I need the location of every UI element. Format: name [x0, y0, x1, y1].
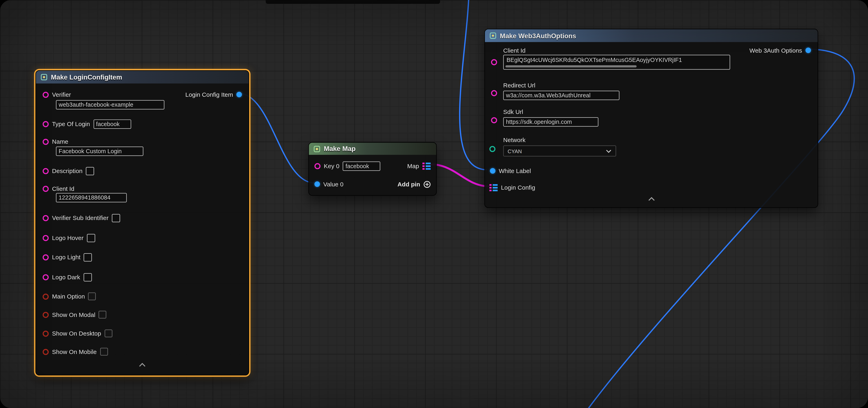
- pin-label-map: Map: [407, 163, 419, 169]
- show-on-mobile-checkbox[interactable]: [100, 348, 108, 355]
- pin-label-type-of-login: Type Of Login: [52, 121, 90, 127]
- node-make-web3authoptions[interactable]: Make Web3AuthOptions Client Id Web 3Auth…: [485, 29, 818, 208]
- node-header[interactable]: Make LoginConfigItem: [36, 71, 249, 83]
- pin-type-of-login[interactable]: [42, 121, 49, 127]
- add-pin-button[interactable]: [424, 180, 431, 188]
- chevron-up-icon: [647, 197, 655, 201]
- pin-network[interactable]: [489, 146, 495, 152]
- pin-label-login-config-item: Login Config Item: [185, 91, 233, 98]
- pin-redirect-url[interactable]: [491, 90, 497, 96]
- pin-label-show-on-modal: Show On Modal: [52, 311, 95, 318]
- pin-label-value-0: Value 0: [323, 181, 344, 188]
- pin-label-client-id: Client Id: [503, 47, 526, 54]
- pin-client-id[interactable]: [491, 59, 497, 65]
- pin-show-on-modal[interactable]: [42, 312, 49, 318]
- make-struct-icon: [489, 32, 497, 39]
- offscreen-node-top[interactable]: [266, 0, 440, 4]
- node-make-loginconfigitem[interactable]: Make LoginConfigItem Verifier Login Conf…: [35, 70, 249, 375]
- show-on-desktop-checkbox[interactable]: [104, 330, 112, 337]
- sdk-url-input[interactable]: [503, 117, 598, 126]
- pin-logo-dark[interactable]: [42, 274, 49, 280]
- pin-logo-light[interactable]: [42, 254, 49, 260]
- pin-label-web3auth-options: Web 3Auth Options: [749, 47, 802, 54]
- pin-description[interactable]: [42, 168, 49, 174]
- pin-white-label[interactable]: [490, 168, 495, 174]
- logo-light-input[interactable]: [84, 253, 92, 261]
- node-title: Make Map: [324, 145, 355, 152]
- network-dropdown[interactable]: CYAN: [503, 145, 616, 157]
- pin-label-show-on-mobile: Show On Mobile: [52, 348, 97, 355]
- pin-label-logo-dark: Logo Dark: [52, 274, 80, 280]
- pin-label-login-config: Login Config: [501, 184, 535, 191]
- network-selected-value: CYAN: [507, 148, 522, 154]
- node-header[interactable]: Make Map: [309, 143, 436, 155]
- pin-client-id[interactable]: [42, 185, 49, 192]
- pin-label-network: Network: [503, 137, 526, 143]
- pin-login-config[interactable]: [489, 184, 498, 191]
- wire-top-to-whitelabel[interactable]: [460, 0, 487, 170]
- chevron-up-icon: [138, 363, 146, 367]
- pin-label-verifier-sub-identifier: Verifier Sub Identifier: [52, 214, 108, 221]
- make-struct-icon: [40, 73, 48, 81]
- client-id-value: BEglQSgt4cUWcj6SKRdu5QkOXTsePmMcusG5EAoy…: [506, 57, 682, 63]
- pin-value-0[interactable]: [314, 181, 320, 187]
- horizontal-scrollbar[interactable]: [505, 65, 636, 67]
- collapse-node-button[interactable]: [36, 363, 249, 368]
- pin-name[interactable]: [42, 138, 49, 144]
- node-make-map[interactable]: Make Map Key 0 Map: [308, 142, 437, 196]
- redirect-url-input[interactable]: [503, 91, 620, 100]
- pin-label-verifier: Verifier: [52, 91, 71, 98]
- pin-map-output[interactable]: [423, 162, 431, 170]
- pin-label-key-0: Key 0: [324, 163, 339, 169]
- pin-verifier[interactable]: [42, 92, 49, 98]
- graph-canvas[interactable]: Make LoginConfigItem Verifier Login Conf…: [0, 0, 868, 408]
- pin-label-description: Description: [52, 168, 83, 174]
- add-pin-label: Add pin: [398, 181, 420, 188]
- blueprint-graph: Make LoginConfigItem Verifier Login Conf…: [0, 0, 868, 408]
- pin-key-0[interactable]: [314, 163, 320, 169]
- pin-login-config-item-output[interactable]: [237, 92, 242, 97]
- type-of-login-input[interactable]: [93, 119, 131, 129]
- make-map-icon: [313, 145, 320, 152]
- pin-label-client-id: Client Id: [52, 185, 74, 192]
- pin-label-redirect-url: Redirect Url: [503, 82, 535, 89]
- pin-web3auth-options-output[interactable]: [805, 47, 811, 53]
- chevron-down-icon: [606, 149, 612, 153]
- verifier-sub-identifier-input[interactable]: [112, 214, 120, 222]
- node-title: Make Web3AuthOptions: [500, 32, 576, 39]
- pin-show-on-desktop[interactable]: [42, 330, 49, 336]
- pin-show-on-mobile[interactable]: [42, 349, 49, 355]
- logo-hover-input[interactable]: [87, 234, 95, 242]
- pin-sdk-url[interactable]: [491, 117, 497, 123]
- pin-label-show-on-desktop: Show On Desktop: [52, 330, 101, 337]
- wire-map-to-loginconfig[interactable]: [430, 164, 489, 186]
- client-id-input[interactable]: BEglQSgt4cUWcj6SKRdu5QkOXTsePmMcusG5EAoy…: [503, 55, 730, 70]
- pin-label-main-option: Main Option: [52, 293, 85, 300]
- pin-label-logo-hover: Logo Hover: [52, 234, 84, 241]
- pin-label-sdk-url: Sdk Url: [503, 108, 523, 115]
- name-input[interactable]: [56, 146, 144, 156]
- pin-main-option[interactable]: [42, 293, 49, 299]
- verifier-input[interactable]: [56, 100, 164, 109]
- node-header[interactable]: Make Web3AuthOptions: [485, 29, 817, 42]
- pin-logo-hover[interactable]: [42, 235, 49, 241]
- pin-label-name: Name: [52, 138, 68, 145]
- node-title: Make LoginConfigItem: [51, 73, 122, 81]
- logo-dark-input[interactable]: [84, 273, 92, 281]
- main-option-checkbox[interactable]: [88, 293, 96, 300]
- client-id-input[interactable]: [56, 193, 127, 202]
- wire-loginconfigitem-to-value0[interactable]: [239, 94, 315, 183]
- pin-label-logo-light: Logo Light: [52, 254, 81, 261]
- show-on-modal-checkbox[interactable]: [99, 311, 106, 318]
- pin-verifier-sub-identifier[interactable]: [42, 215, 49, 221]
- pin-label-white-label: White Label: [499, 168, 531, 174]
- description-input[interactable]: [86, 167, 94, 175]
- key-0-input[interactable]: [343, 161, 380, 170]
- collapse-node-button[interactable]: [485, 197, 817, 202]
